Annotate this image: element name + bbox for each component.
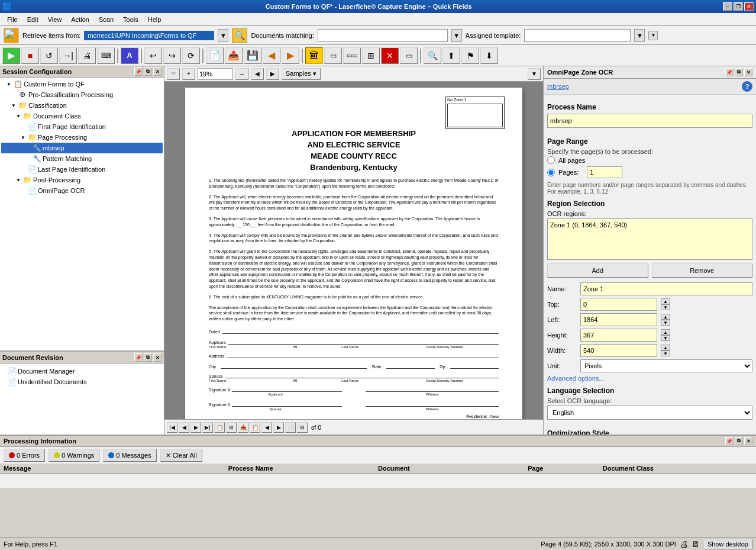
hand-tool-button[interactable]: ☞ [167,68,180,80]
zoom-prev-button[interactable]: ◀ [251,68,264,80]
session-config-pin-button[interactable]: 📌 [134,67,143,76]
export-button[interactable]: 📤 [225,47,243,64]
scroll-down-icon[interactable]: ▼ [648,31,658,40]
thumbnail-button[interactable]: ⊞ [297,422,308,433]
ocr-float-button[interactable]: ⧉ [735,68,743,76]
messages-button[interactable]: 0 Messages [103,449,156,462]
zoom-next-button[interactable]: ▶ [266,68,279,80]
tree-item-omnipage-ocr[interactable]: 📄 OmniPage OCR [1,185,163,196]
doc-revision-close-button[interactable]: ✕ [153,353,161,362]
unidentified-docs-item[interactable]: 📄 Unidentified Documents [2,377,161,387]
assigned-template-input[interactable] [524,29,631,42]
docs-matching-dropdown[interactable]: ▼ [451,29,462,42]
tree-item-first-page[interactable]: 📄 First Page Identification [1,121,163,132]
docs-matching-input[interactable] [318,29,448,42]
clear-all-button[interactable]: ✕ Clear All [160,449,202,462]
nav-btn-5[interactable]: 📋 [214,422,225,433]
doc-revision-float-button[interactable]: ⧉ [144,353,152,362]
width-decrement-button[interactable]: ▼ [661,350,670,356]
scroll-down-viewer-button[interactable]: ▼ [528,68,541,80]
samples-button[interactable]: Samples ▾ [282,68,321,80]
session-config-float-button[interactable]: ⧉ [144,67,152,76]
height-input[interactable] [580,329,657,342]
reject-button[interactable]: ✕ [381,47,399,64]
tree-item-last-page[interactable]: 📄 Last Page Identification [1,164,163,175]
ocr-regions-box[interactable]: Zone 1 (0, 1864, 367, 540) [547,218,752,260]
advanced-options-link[interactable]: Advanced options... [547,375,752,382]
left-input[interactable] [580,313,657,326]
retrieve-path[interactable]: mcrrecc1\UPN Incoming\Forms to QF [84,31,214,40]
next-page-button[interactable]: ▶ [190,422,201,433]
last-page-button[interactable]: ▶| [202,422,213,433]
save-pdf-button[interactable]: 📄 [206,47,224,64]
nav-btn-9[interactable]: ◀ [261,422,272,433]
tree-item-custom-forms[interactable]: ▼ 📋 Custom Forms to QF [1,79,163,89]
abc-button[interactable]: A [121,47,138,64]
ocr-help-button[interactable]: ? [742,81,752,92]
language-dropdown[interactable]: English [547,406,752,420]
undo-button[interactable]: ↩ [144,47,162,64]
search-button[interactable]: 🔍 [232,28,247,43]
menu-view[interactable]: View [43,15,67,24]
start-button[interactable]: ▶ [2,47,20,64]
pages-input[interactable] [587,166,622,178]
minimize-button[interactable]: – [723,2,732,11]
all-pages-radio-item[interactable]: All pages [547,156,752,164]
nav-btn-7[interactable]: 📤 [238,422,248,433]
search-toolbar-button[interactable]: 🔍 [424,47,441,64]
all-pages-radio[interactable] [547,156,555,164]
left-increment-button[interactable]: ▲ [661,314,670,320]
doc-revision-pin-button[interactable]: 📌 [134,353,143,362]
doc-manager-item[interactable]: 📄 Document Manager [2,366,161,377]
errors-button[interactable]: 0 Errors [4,449,45,462]
download-button[interactable]: ⬇ [480,47,498,64]
proc-float-button[interactable]: ⧉ [735,437,743,445]
menu-file[interactable]: File [2,15,22,24]
pages-radio-item[interactable]: Pages: [547,166,752,178]
nav-btn-8[interactable]: 📋 [250,422,260,433]
tree-item-doc-class[interactable]: ▼ 📁 Document Class [1,111,163,121]
zoom-out-button[interactable]: – [235,68,248,80]
zoom-input[interactable]: 19% [198,68,233,80]
menu-help[interactable]: Help [143,15,166,24]
menu-scan[interactable]: Scan [94,15,118,24]
add-region-button[interactable]: Add [547,263,648,278]
nav-btn-6[interactable]: ⊞ [226,422,237,433]
name-input[interactable] [580,282,752,295]
menu-action[interactable]: Action [66,15,94,24]
first-page-button[interactable]: |◀ [167,422,177,433]
proc-pin-button[interactable]: 📌 [725,437,734,445]
ocr-process-name-link[interactable]: mbrsep [547,83,569,90]
zoom-in-button[interactable]: + [182,68,195,80]
ocr-close-button[interactable]: ✕ [744,68,752,76]
pages-radio[interactable] [547,169,555,176]
refresh-button[interactable]: ↺ [40,47,58,64]
width-increment-button[interactable]: ▲ [661,345,670,350]
view-single-button[interactable]: ▭ [324,47,342,64]
view-double-button[interactable]: ▭▭ [343,47,361,64]
top-decrement-button[interactable]: ▼ [661,304,670,310]
tree-item-classification[interactable]: ▼ 📁 Classification [1,100,163,111]
redo-button[interactable]: ↪ [163,47,181,64]
menu-edit[interactable]: Edit [22,15,43,24]
upload-button[interactable]: ⬆ [442,47,460,64]
top-increment-button[interactable]: ▲ [661,298,670,304]
print-button[interactable]: 🖨 [78,47,96,64]
ocr-pin-button[interactable]: 📌 [725,68,734,76]
lf-icon-button[interactable]: 🏛 [305,47,323,64]
remove-region-button[interactable]: Remove [652,263,753,278]
assigned-template-dropdown[interactable]: ▼ [634,29,645,42]
navigate-back-button[interactable]: ◀ [263,47,280,64]
height-decrement-button[interactable]: ▼ [661,335,670,341]
show-desktop-button[interactable]: Show desktop [703,539,752,549]
process-name-input[interactable] [547,114,752,128]
retrieve-path-dropdown[interactable]: ▼ [218,29,228,42]
region-item-1[interactable]: Zone 1 (0, 1864, 367, 540) [550,221,749,229]
restore-button[interactable]: ❐ [734,2,743,11]
warnings-button[interactable]: 0 Warnings [49,449,99,462]
stop-button[interactable]: ■ [21,47,39,64]
proc-close-button[interactable]: ✕ [744,437,752,445]
tree-item-post-proc[interactable]: ▼ 📁 Post-Processing [1,175,163,185]
unit-dropdown[interactable]: Pixels Inches Centimeters [580,359,752,372]
send-forward-button[interactable]: →| [59,47,77,64]
